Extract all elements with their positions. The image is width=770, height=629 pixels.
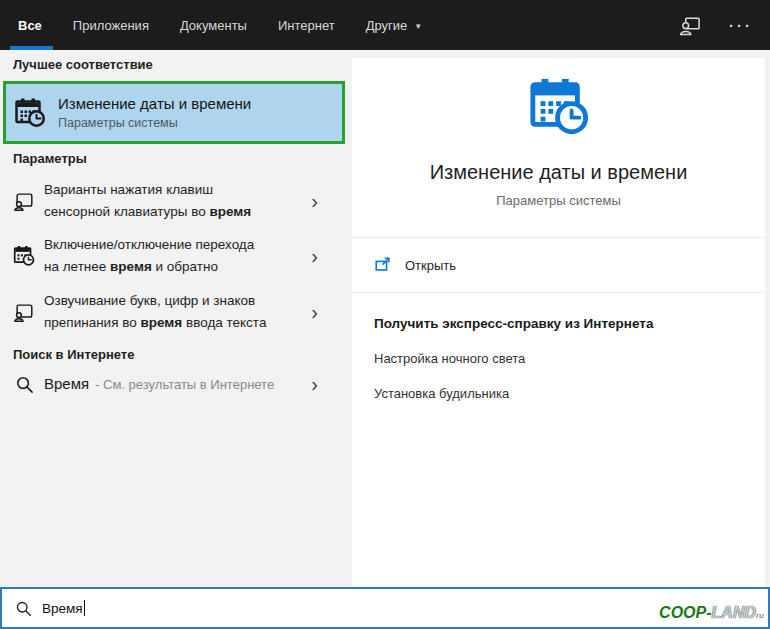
tab-apps[interactable]: Приложения xyxy=(73,18,149,33)
windows-search-panel: Все Приложения Документы Интернет Другие… xyxy=(0,0,770,629)
account-icon[interactable] xyxy=(679,15,702,36)
result-label: Время - См. результаты в Интернете xyxy=(44,373,274,396)
best-match-result[interactable]: Изменение даты и времени Параметры систе… xyxy=(3,81,345,144)
result-web-search[interactable]: Время - См. результаты в Интернете › xyxy=(12,369,320,399)
topbar: Все Приложения Документы Интернет Другие… xyxy=(0,0,770,50)
chevron-right-icon: › xyxy=(311,191,320,211)
typing-feedback-icon xyxy=(12,301,36,323)
preview-title: Изменение даты и времени xyxy=(352,161,765,184)
result-label: Озвучивание букв, цифр и знаков препинан… xyxy=(44,290,266,334)
best-match-title: Изменение даты и времени xyxy=(58,95,251,112)
best-match-text: Изменение даты и времени Параметры систе… xyxy=(58,95,251,130)
settings-section-header: Параметры xyxy=(13,151,87,166)
search-icon xyxy=(12,375,36,394)
chevron-down-icon: ▼ xyxy=(414,22,422,31)
tab-more-label: Другие xyxy=(366,18,408,33)
open-action[interactable]: Открыть xyxy=(374,251,456,279)
calendar-clock-large-icon xyxy=(528,76,590,142)
topbar-actions: ··· xyxy=(679,15,770,36)
chevron-right-icon: › xyxy=(311,302,320,322)
result-label: Включение/отключение перехода на летнее … xyxy=(44,234,254,278)
tab-web[interactable]: Интернет xyxy=(278,18,335,33)
calendar-clock-icon xyxy=(14,97,46,129)
best-match-header: Лучшее соответствие xyxy=(13,57,153,72)
chevron-right-icon: › xyxy=(311,246,320,266)
best-match-subtitle: Параметры системы xyxy=(58,116,251,130)
tab-documents[interactable]: Документы xyxy=(180,18,247,33)
tab-more[interactable]: Другие▼ xyxy=(366,18,423,33)
link-night-light[interactable]: Настройка ночного света xyxy=(374,351,525,366)
search-query-text: Время xyxy=(42,601,83,616)
preview-subtitle: Параметры системы xyxy=(352,193,765,208)
divider xyxy=(352,292,765,293)
watermark-logo: COOP-LANDru xyxy=(659,604,764,622)
tab-all[interactable]: Все xyxy=(18,18,42,33)
text-caret xyxy=(84,600,85,616)
open-label: Открыть xyxy=(405,258,456,273)
result-daylight-saving[interactable]: Включение/отключение перехода на летнее … xyxy=(12,232,320,280)
calendar-clock-small-icon xyxy=(12,245,36,267)
open-external-icon xyxy=(374,256,392,274)
preview-pane: Изменение даты и времени Параметры систе… xyxy=(352,58,765,587)
touch-keyboard-icon xyxy=(12,190,36,212)
result-typing-sounds[interactable]: Озвучивание букв, цифр и знаков препинан… xyxy=(12,288,320,336)
divider xyxy=(352,237,765,238)
active-tab-indicator xyxy=(10,46,53,50)
chevron-right-icon: › xyxy=(311,374,320,394)
quick-help-header: Получить экспресс-справку из Интернета xyxy=(374,316,653,331)
web-search-header: Поиск в Интернете xyxy=(13,347,134,362)
link-set-alarm[interactable]: Установка будильника xyxy=(374,386,509,401)
result-touch-keyboard[interactable]: Варианты нажатия клавиш сенсорной клавиа… xyxy=(12,177,320,225)
result-label: Варианты нажатия клавиш сенсорной клавиа… xyxy=(44,179,251,223)
search-input[interactable]: Время xyxy=(0,587,770,629)
more-options-icon[interactable]: ··· xyxy=(729,17,753,34)
search-icon xyxy=(15,600,32,617)
